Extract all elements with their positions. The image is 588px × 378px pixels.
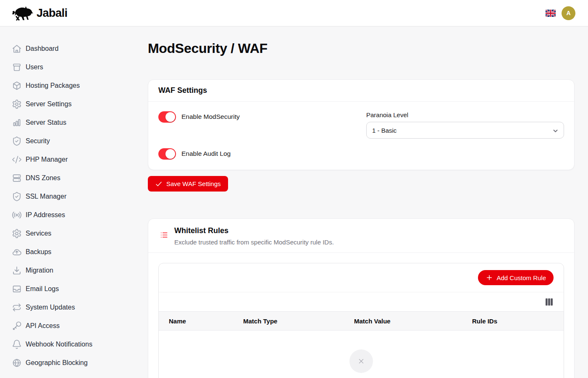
cloud-upload-icon	[12, 247, 22, 257]
add-custom-rule-button[interactable]: Add Custom Rule	[478, 270, 554, 285]
brand-logo[interactable]: Jabali	[11, 5, 68, 21]
waf-settings-title: WAF Settings	[148, 80, 574, 102]
sidebar-item-webhook-notifications[interactable]: Webhook Notifications	[0, 335, 148, 354]
column-header-match-type: Match Type	[243, 318, 354, 325]
enable-modsecurity-label: Enable ModSecurity	[181, 113, 240, 121]
table-header-row: Name Match Type Match Value Rule IDs	[159, 311, 564, 331]
download-icon	[12, 265, 22, 276]
boar-icon	[11, 5, 34, 21]
brand-name: Jabali	[37, 7, 68, 20]
sidebar-item-geographic-blocking[interactable]: Geographic Blocking	[0, 354, 148, 372]
top-bar: Jabali A	[0, 0, 588, 26]
sidebar-item-security[interactable]: Security	[0, 132, 148, 150]
empty-state-circle	[349, 349, 373, 373]
paranoia-column: Paranoia Level 1 - Basic	[366, 111, 564, 160]
sidebar-item-ssl-manager[interactable]: SSL Manager	[0, 187, 148, 206]
toggle-knob	[165, 149, 175, 159]
enable-audit-log-toggle[interactable]	[158, 148, 176, 160]
package-icon	[12, 81, 22, 91]
whitelist-rules-title: Whitelist Rules	[174, 226, 334, 235]
sidebar-item-api-access[interactable]: API Access	[0, 317, 148, 335]
check-icon	[155, 180, 163, 188]
archive-icon	[12, 62, 22, 72]
column-header-match-value: Match Value	[354, 318, 472, 325]
page-title: ModSecurity / WAF	[148, 40, 575, 56]
plus-icon	[486, 274, 493, 281]
language-flag-uk-icon[interactable]	[546, 10, 556, 17]
bell-icon	[12, 339, 22, 349]
waf-settings-card: WAF Settings Enable ModSecurity Enable A…	[148, 79, 575, 170]
user-avatar[interactable]: A	[562, 6, 575, 20]
shield-check-icon	[12, 192, 22, 202]
x-icon	[357, 357, 365, 365]
sidebar-item-services[interactable]: Services	[0, 224, 148, 243]
table-empty-body	[159, 331, 564, 378]
sidebar-item-hosting-packages[interactable]: Hosting Packages	[0, 76, 148, 95]
sidebar-item-backups[interactable]: Backups	[0, 243, 148, 261]
sidebar-item-ip-addresses[interactable]: IP Addresses	[0, 206, 148, 224]
sidebar-item-php-manager[interactable]: PHP Manager	[0, 150, 148, 169]
whitelist-rules-card: Whitelist Rules Exclude trusted traffic …	[148, 218, 575, 378]
sidebar-item-migration[interactable]: Migration	[0, 261, 148, 280]
repeat-icon	[12, 302, 22, 312]
inbox-icon	[12, 284, 22, 294]
enable-modsecurity-toggle[interactable]	[158, 111, 176, 123]
home-icon	[12, 44, 22, 54]
sidebar-item-dashboard[interactable]: Dashboard	[0, 39, 148, 58]
sidebar-item-dns-zones[interactable]: DNS Zones	[0, 169, 148, 187]
gear-icon	[12, 99, 22, 109]
list-icon	[160, 231, 168, 246]
key-icon	[12, 321, 22, 331]
columns-icon	[546, 298, 553, 306]
sidebar-item-server-settings[interactable]: Server Settings	[0, 95, 148, 113]
toggle-knob	[165, 112, 175, 122]
waf-toggles-column: Enable ModSecurity Enable Audit Log	[158, 111, 356, 160]
modsecurity-toggle-row: Enable ModSecurity	[158, 111, 356, 123]
radio-icon	[12, 210, 22, 220]
paranoia-level-select[interactable]: 1 - Basic	[366, 122, 564, 139]
paranoia-level-label: Paranoia Level	[366, 111, 564, 118]
bar-chart-icon	[12, 118, 22, 128]
sidebar-item-server-status[interactable]: Server Status	[0, 113, 148, 132]
code-icon	[12, 155, 22, 165]
column-visibility-button[interactable]	[546, 298, 553, 306]
gear-icon	[12, 228, 22, 239]
sidebar-item-email-logs[interactable]: Email Logs	[0, 280, 148, 298]
globe-icon	[12, 358, 22, 368]
sidebar-item-users[interactable]: Users	[0, 58, 148, 76]
column-header-name: Name	[169, 318, 243, 325]
paranoia-level-value: 1 - Basic	[372, 127, 396, 134]
chevron-down-icon	[551, 127, 558, 134]
rules-table-panel: Add Custom Rule Name	[158, 263, 564, 378]
shield-check-icon	[12, 136, 22, 146]
save-waf-settings-button[interactable]: Save WAF Settings	[148, 176, 228, 192]
column-header-rule-ids: Rule IDs	[472, 318, 564, 325]
server-stack-icon	[12, 173, 22, 183]
sidebar-item-system-updates[interactable]: System Updates	[0, 298, 148, 317]
audit-log-toggle-row: Enable Audit Log	[158, 148, 356, 160]
whitelist-rules-subtitle: Exclude trusted traffic from specific Mo…	[174, 238, 334, 246]
sidebar-nav: Dashboard Users Hosting Packages Server …	[0, 26, 148, 378]
main-content: ModSecurity / WAF WAF Settings Enable Mo…	[148, 26, 588, 378]
enable-audit-log-label: Enable Audit Log	[181, 150, 231, 158]
